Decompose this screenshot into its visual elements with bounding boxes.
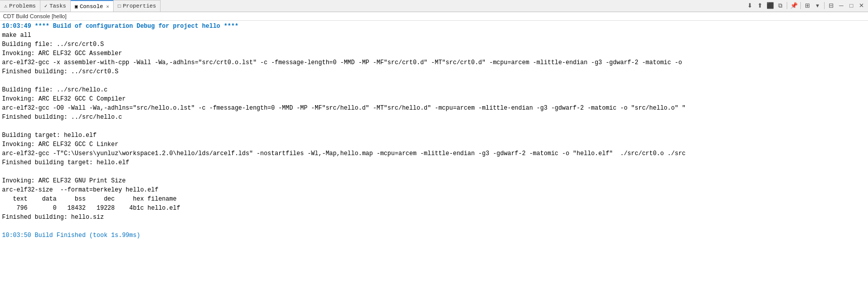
console-line xyxy=(2,76,866,85)
console-line: Building file: ../src/crt0.S xyxy=(2,40,866,49)
console-line: make all xyxy=(2,31,866,40)
console-line: Finished building target: hello.elf xyxy=(2,158,866,167)
console-line xyxy=(2,167,866,176)
toolbar: ⬇ ⬆ ⬛ ⧉ 📌 ⊞ ▾ ⊟ ─ □ ✕ xyxy=(743,0,868,11)
problems-icon: ⚠ xyxy=(4,3,7,9)
console-content[interactable]: 10:03:49 **** Build of configuration Deb… xyxy=(0,21,868,285)
view-menu-button[interactable]: ⊟ xyxy=(827,1,836,10)
separator-3 xyxy=(824,2,825,9)
console-close-icon[interactable]: ✕ xyxy=(106,4,109,10)
new-console-button[interactable]: ⊞ xyxy=(803,1,812,10)
separator-1 xyxy=(787,2,787,9)
console-line: arc-elf32-gcc -O0 -Wall -Wa,-adhlns="src… xyxy=(2,104,866,113)
console-line: Building target: hello.elf xyxy=(2,131,866,140)
console-title: CDT Build Console [hello] xyxy=(0,12,868,21)
close-view-button[interactable]: ✕ xyxy=(857,1,866,10)
console-line: Invoking: ARC ELF32 GNU Print Size xyxy=(2,176,866,185)
console-icon: ▣ xyxy=(75,4,78,10)
tab-problems-label: Problems xyxy=(9,3,36,9)
separator-2 xyxy=(800,2,801,9)
console-line: Finished building: ../src/hello.c xyxy=(2,113,866,122)
console-line: 10:03:49 **** Build of configuration Deb… xyxy=(2,22,866,31)
tab-properties-label: Properties xyxy=(123,3,156,9)
tab-bar: ⚠ Problems ✓ Tasks ▣ Console ✕ □ Propert… xyxy=(0,0,868,12)
scroll-down-button[interactable]: ⬇ xyxy=(745,1,754,10)
clear-console-button[interactable]: ⬛ xyxy=(765,1,775,10)
tab-console[interactable]: ▣ Console ✕ xyxy=(71,0,114,12)
properties-icon: □ xyxy=(118,4,121,9)
scroll-up-button[interactable]: ⬆ xyxy=(755,1,764,10)
console-line: 796 0 18432 19228 4b1c hello.elf xyxy=(2,204,866,213)
tasks-icon: ✓ xyxy=(44,3,47,9)
tab-problems[interactable]: ⚠ Problems xyxy=(0,0,40,12)
console-line xyxy=(2,122,866,131)
console-line: Invoking: ARC ELF32 GCC C Compiler xyxy=(2,94,866,104)
tab-properties[interactable]: □ Properties xyxy=(114,0,161,12)
tab-tasks-label: Tasks xyxy=(49,3,66,9)
console-line: arc-elf32-gcc -x assembler-with-cpp -Wal… xyxy=(2,58,866,67)
tab-console-label: Console xyxy=(80,4,103,10)
console-line: Finished building: hello.siz xyxy=(2,213,866,222)
console-line xyxy=(2,222,866,231)
tab-tasks[interactable]: ✓ Tasks xyxy=(40,0,71,12)
console-line: 10:03:50 Build Finished (took 1s.99ms) xyxy=(2,231,866,240)
console-line: Finished building: ../src/crt0.S xyxy=(2,67,866,76)
console-line: Building file: ../src/hello.c xyxy=(2,85,866,94)
console-line: Invoking: ARC ELF32 GCC C Linker xyxy=(2,140,866,149)
copy-button[interactable]: ⧉ xyxy=(776,1,785,10)
console-line: text data bss dec hex filename xyxy=(2,195,866,204)
console-line: Invoking: ARC ELF32 GCC Assembler xyxy=(2,49,866,58)
pin-button[interactable]: 📌 xyxy=(789,1,798,10)
console-line: arc-elf32-size --format=berkeley hello.e… xyxy=(2,185,866,195)
maximize-button[interactable]: □ xyxy=(847,1,856,10)
open-console-dropdown[interactable]: ▾ xyxy=(813,1,822,10)
console-line: arc-elf32-gcc -T"C:\Users\yunluz\workspa… xyxy=(2,149,866,158)
minimize-button[interactable]: ─ xyxy=(837,1,846,10)
